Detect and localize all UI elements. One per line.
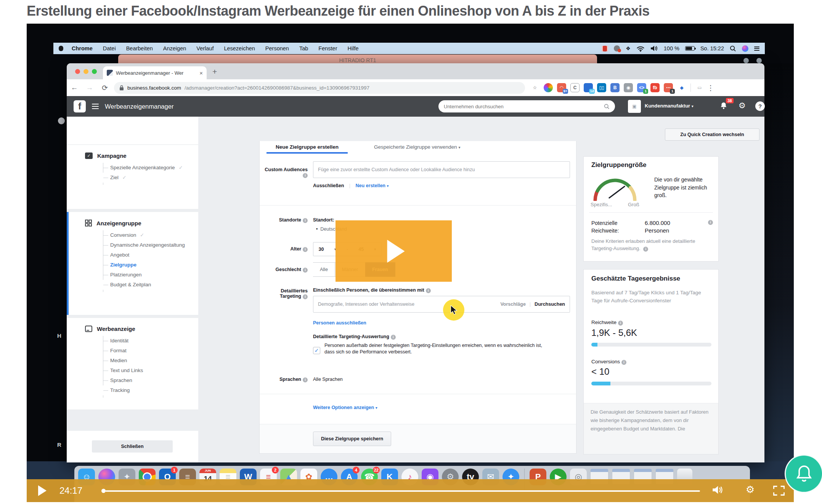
account-switcher[interactable]: Kundenmanufaktur ▾ bbox=[645, 103, 694, 109]
sidebar-item[interactable]: Zielgruppe bbox=[103, 260, 198, 270]
sidebar-item[interactable]: Spezielle Anzeigenkategorie✓ bbox=[103, 163, 198, 173]
sidebar-item[interactable]: Sprachen bbox=[103, 376, 198, 385]
screenrecorder-icon[interactable] bbox=[602, 46, 608, 51]
custom-audiences-input[interactable]: Füge eine zuvor erstellte Custom Audienc… bbox=[313, 161, 570, 178]
battery-icon bbox=[685, 46, 695, 51]
expansion-checkbox[interactable]: ✓ bbox=[313, 347, 320, 354]
back-icon[interactable]: ← bbox=[67, 83, 82, 92]
forward-icon[interactable]: → bbox=[82, 83, 97, 92]
create-new-link[interactable]: Neu erstellen ▾ bbox=[356, 183, 389, 188]
play-button[interactable] bbox=[38, 485, 47, 496]
volume-icon[interactable] bbox=[650, 45, 658, 51]
progress-track[interactable] bbox=[105, 490, 700, 492]
close-panel-button[interactable]: Schließen bbox=[92, 440, 173, 453]
account-avatar[interactable]: ▣ bbox=[628, 100, 641, 113]
notification-bell-fab[interactable] bbox=[785, 454, 822, 493]
new-tab-button[interactable]: + bbox=[212, 67, 217, 76]
creative-cloud-icon[interactable] bbox=[614, 45, 620, 51]
menu-item[interactable]: Tab bbox=[299, 45, 308, 51]
volume-button[interactable] bbox=[712, 485, 723, 494]
sidebar-item[interactable]: Conversion✓ bbox=[103, 230, 198, 240]
menu-item[interactable]: Chrome bbox=[72, 45, 93, 51]
accuracy-footer: Die Genauigkeit der Schätzwerte basiert … bbox=[584, 403, 718, 454]
tab-new-audience[interactable]: Neue Zielgruppe erstellen bbox=[267, 141, 348, 154]
sidebar-item[interactable]: Text und Links bbox=[103, 366, 198, 376]
settings-gear-icon[interactable]: ⚙ bbox=[739, 101, 746, 110]
sidebar-item[interactable]: Tracking bbox=[103, 385, 198, 395]
menu-item[interactable]: Verlauf bbox=[196, 45, 214, 51]
fullscreen-button[interactable] bbox=[773, 486, 785, 496]
wifi-icon[interactable] bbox=[636, 45, 645, 52]
extension-icon-code[interactable]: <> 1 bbox=[637, 83, 646, 92]
extension-icon-clipboard-c[interactable]: C bbox=[570, 83, 580, 92]
menu-item[interactable]: Personen bbox=[265, 45, 289, 51]
extension-icon-blue-1d[interactable]: 1d bbox=[584, 83, 593, 92]
video-play-overlay[interactable] bbox=[336, 220, 452, 282]
targeting-input[interactable]: Demografie, Interessen oder Verhaltenswe… bbox=[313, 296, 570, 313]
extension-icon-tag-b[interactable]: B bbox=[610, 83, 620, 92]
menu-item[interactable]: Lesezeichen bbox=[224, 45, 255, 51]
spotlight-icon[interactable] bbox=[730, 45, 736, 52]
dropbox-icon[interactable]: ❖ bbox=[626, 46, 631, 51]
mouse-cursor bbox=[450, 305, 458, 315]
extension-icon-color-wheel[interactable] bbox=[544, 83, 553, 92]
info-icon[interactable]: i bbox=[303, 173, 308, 178]
tab-saved-audience[interactable]: Gespeicherte Zielgruppe verwenden ▾ bbox=[374, 141, 460, 154]
extension-icon-bookmark-star[interactable]: ☆ bbox=[530, 83, 539, 92]
hamburger-menu-icon[interactable] bbox=[92, 102, 99, 111]
siri-menubar-icon[interactable] bbox=[742, 45, 748, 52]
audience-size-card: Zielgruppengröße Spezifis... Groß Die vo… bbox=[583, 156, 719, 262]
sidebar-item[interactable]: Medien bbox=[103, 356, 198, 366]
sidebar-item[interactable]: Budget & Zeitplan bbox=[103, 280, 198, 290]
address-bar[interactable]: business.facebook.com/adsmanager/creatio… bbox=[114, 82, 525, 94]
sidebar-item[interactable]: Platzierungen bbox=[103, 270, 198, 280]
menu-item[interactable]: Bearbeiten bbox=[126, 45, 153, 51]
extension-icon-screen-cast[interactable]: ▭ bbox=[695, 83, 704, 92]
sidebar-item[interactable]: Format bbox=[103, 346, 198, 356]
url-path: /adsmanager/creation?act=260014269008698… bbox=[185, 85, 369, 91]
browser-tab[interactable]: Werbeanzeigenmanager - Wer × bbox=[103, 66, 207, 79]
zoom-window-button[interactable] bbox=[92, 69, 97, 74]
menu-item[interactable]: Hilfe bbox=[347, 45, 358, 51]
sidebar-item[interactable]: Dynamische Anzeigengestaltung bbox=[103, 240, 198, 250]
more-options-link[interactable]: Weitere Optionen anzeigen ▾ bbox=[313, 405, 377, 410]
extension-icon-red-dots[interactable]: ⋯ 1 bbox=[664, 83, 673, 92]
facebook-logo[interactable]: f bbox=[74, 100, 86, 112]
extension-icon-camera[interactable]: ◉ bbox=[624, 83, 633, 92]
apple-menu-icon[interactable] bbox=[59, 46, 63, 51]
sidebar-item[interactable]: Angebot bbox=[103, 250, 198, 260]
menu-item[interactable]: Datei bbox=[103, 45, 116, 51]
extension-icon-fb-pixel[interactable]: fb bbox=[650, 83, 660, 92]
extension-icon-trello[interactable]: ▯▯ bbox=[597, 83, 606, 92]
quick-creation-button[interactable]: Zu Quick Creation wechseln bbox=[665, 128, 759, 141]
browser-menu-icon[interactable]: ⋮ bbox=[704, 83, 717, 92]
bell-icon bbox=[796, 465, 812, 483]
tab-close-icon[interactable]: × bbox=[199, 70, 203, 76]
reload-icon[interactable]: ⟳ bbox=[97, 83, 112, 92]
video-player[interactable]: ChromeDateiBearbeitenAnzeigenVerlaufLese… bbox=[27, 24, 794, 502]
exclude-people-link[interactable]: Personen ausschließen bbox=[313, 320, 366, 326]
help-icon[interactable]: ? bbox=[755, 101, 765, 111]
extension-icon-blue-diamond[interactable]: ◆ bbox=[677, 83, 686, 92]
fb-search-box[interactable] bbox=[438, 100, 615, 112]
extension-icon-ext-separator[interactable] bbox=[690, 83, 691, 92]
menubar-status: ❖ 100 % So. 15:22 bbox=[602, 45, 759, 52]
sidebar-selector-panel bbox=[67, 117, 198, 145]
extension-icon-red-9plus[interactable]: ◠ 9+ bbox=[557, 83, 566, 92]
settings-button[interactable]: ⚙ bbox=[746, 484, 755, 496]
save-audience-button[interactable]: Diese Zielgruppe speichern bbox=[313, 432, 391, 446]
menu-item[interactable]: Fenster bbox=[318, 45, 337, 51]
fb-search-input[interactable] bbox=[444, 104, 604, 109]
sidebar-item[interactable]: Ziel✓ bbox=[103, 173, 198, 183]
info-icon[interactable]: i bbox=[708, 220, 713, 225]
suggestions-button[interactable]: Vorschläge bbox=[500, 302, 525, 307]
close-window-button[interactable] bbox=[75, 69, 80, 74]
notification-center-icon[interactable] bbox=[754, 45, 759, 51]
gender-option[interactable]: Alle bbox=[313, 262, 335, 277]
exclude-link[interactable]: Ausschließen bbox=[313, 183, 344, 188]
ad-icon bbox=[85, 326, 92, 332]
menu-item[interactable]: Anzeigen bbox=[163, 45, 186, 51]
minimize-window-button[interactable] bbox=[83, 69, 88, 74]
browse-button[interactable]: Durchsuchen bbox=[535, 302, 565, 307]
sidebar-item[interactable]: Identität bbox=[103, 336, 198, 346]
